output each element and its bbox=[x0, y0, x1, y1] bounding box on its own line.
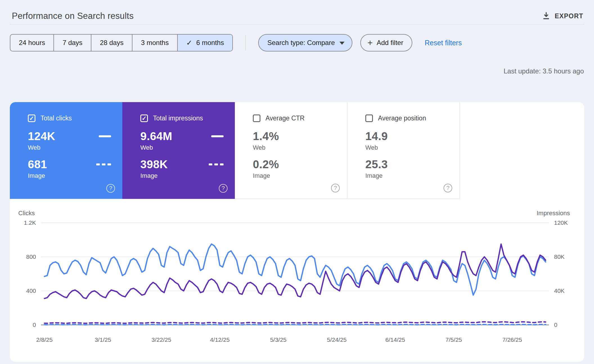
export-button[interactable]: EXPORT bbox=[542, 11, 583, 21]
right-axis-tick: 40K bbox=[554, 287, 564, 295]
web-value: 124K bbox=[28, 130, 55, 143]
dashed-line-legend-icon bbox=[96, 163, 111, 165]
web-value: 14.9 bbox=[365, 130, 388, 143]
left-axis-tick: 0 bbox=[10, 321, 36, 329]
metric-card-average-position[interactable]: Average position 14.9 Web 25.3 Image ? bbox=[347, 102, 460, 199]
help-icon[interactable]: ? bbox=[106, 184, 115, 193]
x-axis-tick: 5/24/25 bbox=[327, 336, 346, 344]
x-axis-tick: 3/22/25 bbox=[152, 336, 171, 344]
metric-card-average-ctr[interactable]: Average CTR 1.4% Web 0.2% Image ? bbox=[235, 102, 347, 199]
card-label: Average CTR bbox=[266, 114, 305, 122]
image-label: Image bbox=[140, 172, 224, 179]
date-range-6-months-selected[interactable]: ✓ 6 months bbox=[177, 35, 233, 51]
dashed-line-legend-icon bbox=[209, 163, 224, 165]
solid-line-legend-icon bbox=[211, 135, 224, 137]
metric-card-total-clicks[interactable]: ✓ Total clicks 124K Web 681 Image ? bbox=[10, 102, 122, 199]
solid-line-legend-icon bbox=[99, 135, 111, 137]
date-range-label: 7 days bbox=[62, 39, 82, 47]
filter-separator bbox=[245, 35, 246, 51]
x-axis-tick: 3/1/25 bbox=[95, 336, 111, 344]
filter-bar: 24 hours 7 days 28 days 3 months ✓ 6 mon… bbox=[10, 34, 594, 51]
x-axis-tick: 2/8/25 bbox=[36, 336, 53, 344]
metric-cards-row: ✓ Total clicks 124K Web 681 Image ? ✓ To… bbox=[10, 102, 584, 199]
series-image-impressions bbox=[44, 322, 546, 323]
date-range-label: 6 months bbox=[196, 39, 224, 47]
date-range-24-hours[interactable]: 24 hours bbox=[10, 35, 53, 51]
performance-chart: Clicks Impressions 04008001.2K040K80K120… bbox=[10, 206, 584, 362]
chevron-down-icon bbox=[339, 42, 345, 45]
search-type-label: Search type: Compare bbox=[267, 39, 335, 47]
help-icon[interactable]: ? bbox=[444, 184, 452, 192]
date-range-28-days[interactable]: 28 days bbox=[91, 35, 132, 51]
download-icon bbox=[542, 11, 551, 21]
add-filter-label: Add filter bbox=[377, 39, 403, 47]
metric-card-total-impressions[interactable]: ✓ Total impressions 9.64M Web 398K Image… bbox=[122, 102, 235, 199]
left-axis-tick: 1.2K bbox=[10, 219, 36, 227]
checkbox-checked-icon[interactable]: ✓ bbox=[28, 114, 35, 122]
checkbox-unchecked-icon[interactable] bbox=[253, 114, 260, 122]
image-value: 25.3 bbox=[365, 158, 388, 171]
x-axis-tick: 5/3/25 bbox=[270, 336, 286, 344]
page-title: Performance on Search results bbox=[12, 11, 134, 21]
image-label: Image bbox=[365, 172, 448, 179]
add-filter-chip[interactable]: + Add filter bbox=[360, 34, 412, 51]
image-value: 0.2% bbox=[253, 158, 279, 171]
x-axis-tick: 4/12/25 bbox=[210, 336, 230, 344]
date-range-7-days[interactable]: 7 days bbox=[53, 35, 91, 51]
help-icon[interactable]: ? bbox=[331, 184, 340, 192]
date-range-group: 24 hours 7 days 28 days 3 months ✓ 6 mon… bbox=[10, 34, 233, 51]
web-label: Web bbox=[28, 144, 111, 151]
x-axis-tick: 7/5/25 bbox=[446, 336, 462, 344]
web-label: Web bbox=[140, 144, 224, 151]
series-web-impressions bbox=[44, 244, 546, 299]
image-label: Image bbox=[253, 172, 336, 179]
reset-filters-link[interactable]: Reset filters bbox=[425, 39, 462, 47]
web-label: Web bbox=[365, 144, 448, 151]
image-value: 681 bbox=[28, 158, 47, 171]
checkbox-checked-icon[interactable]: ✓ bbox=[140, 114, 148, 122]
search-type-chip[interactable]: Search type: Compare bbox=[258, 34, 352, 51]
left-axis-tick: 800 bbox=[10, 253, 36, 261]
web-value: 9.64M bbox=[140, 130, 172, 143]
x-axis-tick: 6/14/25 bbox=[385, 336, 405, 344]
date-range-3-months[interactable]: 3 months bbox=[132, 35, 177, 51]
date-range-label: 28 days bbox=[100, 39, 123, 47]
right-axis-tick: 120K bbox=[554, 219, 568, 227]
right-axis-tick: 0 bbox=[554, 321, 557, 329]
web-label: Web bbox=[253, 144, 336, 151]
last-update-text: Last update: 3.5 hours ago bbox=[0, 67, 584, 75]
right-axis-tick: 80K bbox=[554, 253, 564, 261]
help-icon[interactable]: ? bbox=[219, 184, 228, 193]
checkbox-unchecked-icon[interactable] bbox=[365, 114, 373, 122]
card-label: Total clicks bbox=[40, 114, 72, 122]
web-value: 1.4% bbox=[253, 130, 279, 143]
report-panel: ✓ Total clicks 124K Web 681 Image ? ✓ To… bbox=[10, 102, 584, 362]
left-axis-tick: 400 bbox=[10, 287, 36, 295]
x-axis-tick: 7/26/25 bbox=[502, 336, 522, 344]
image-value: 398K bbox=[140, 158, 168, 171]
date-range-label: 24 hours bbox=[19, 39, 45, 47]
topbar: Performance on Search results EXPORT bbox=[0, 0, 594, 24]
check-icon: ✓ bbox=[186, 39, 192, 47]
plus-icon: + bbox=[368, 38, 373, 47]
image-label: Image bbox=[28, 172, 111, 179]
date-range-label: 3 months bbox=[141, 39, 169, 47]
header-divider bbox=[10, 24, 584, 24]
export-label: EXPORT bbox=[555, 12, 583, 20]
cards-spacer bbox=[460, 102, 584, 199]
card-label: Average position bbox=[378, 114, 426, 122]
card-label: Total impressions bbox=[153, 114, 203, 122]
